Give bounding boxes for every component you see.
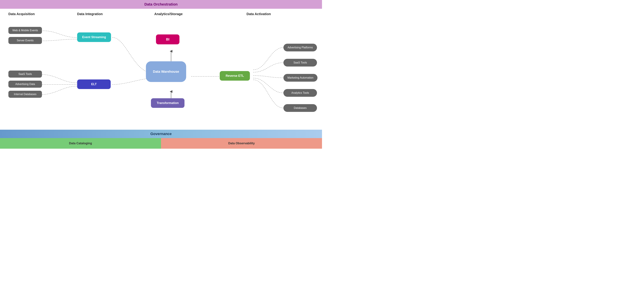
col-header-analytics: Analytics/Storage xyxy=(154,12,201,16)
bottom-split: Data Cataloging Data Observability xyxy=(0,138,322,149)
data-observability: Data Observability xyxy=(161,138,322,149)
source-advertising: Advertising Data xyxy=(8,81,42,88)
reverse-etl-node: Reverse ETL xyxy=(220,71,250,81)
event-streaming-node: Event Streaming xyxy=(77,32,111,42)
bottom-area: Governance Data Cataloging Data Observab… xyxy=(0,130,322,149)
data-cataloging: Data Cataloging xyxy=(0,138,161,149)
data-cataloging-label: Data Cataloging xyxy=(69,141,92,145)
top-banner: Data Orchestration xyxy=(0,0,322,9)
bi-node: BI xyxy=(156,35,180,44)
dest-analytics: Analytics Tools xyxy=(284,89,317,97)
dest-advertising: Advertising Platforms xyxy=(284,44,317,51)
source-saas: SaaS Tools xyxy=(8,71,42,78)
data-observability-label: Data Observability xyxy=(228,141,255,145)
dest-saas: SaaS Tools xyxy=(284,59,317,67)
transformation-node: Transformation xyxy=(151,98,184,108)
column-headers: Data Acquisition Data Integration Analyt… xyxy=(5,12,317,16)
top-banner-title: Data Orchestration xyxy=(144,2,178,7)
col-header-activation: Data Activation xyxy=(246,12,294,16)
elt-node: ELT xyxy=(77,79,111,89)
dest-marketing: Marketing Automation xyxy=(284,74,318,82)
source-web-mobile: Web & Mobile Events xyxy=(8,27,42,34)
diagram: Web & Mobile Events Server Events SaaS T… xyxy=(5,18,317,125)
source-server: Server Events xyxy=(8,37,42,44)
main-content: Data Acquisition Data Integration Analyt… xyxy=(0,9,322,130)
governance-title: Governance xyxy=(150,132,172,136)
col-header-acquisition: Data Acquisition xyxy=(8,12,55,16)
dest-databases: Databases xyxy=(284,104,317,112)
data-warehouse-node: Data Warehouse xyxy=(146,61,186,82)
governance-banner: Governance xyxy=(0,130,322,138)
col-header-integration: Data Integration xyxy=(77,12,121,16)
source-internal-db: Internal Databases xyxy=(8,91,42,98)
